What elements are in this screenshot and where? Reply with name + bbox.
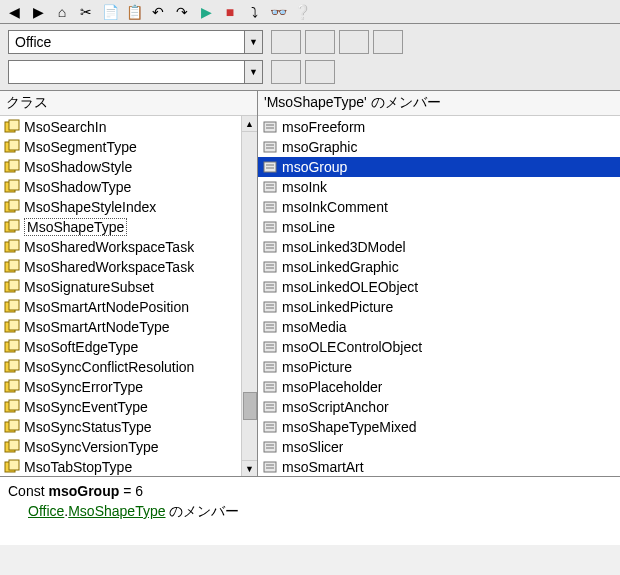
class-item[interactable]: MsoShapeType bbox=[0, 217, 257, 237]
member-item[interactable]: msoLinked3DModel bbox=[258, 237, 620, 257]
detail-link-office[interactable]: Office bbox=[28, 503, 64, 519]
svg-rect-11 bbox=[9, 220, 19, 230]
member-item[interactable]: msoGraphic bbox=[258, 137, 620, 157]
const-icon bbox=[262, 279, 278, 295]
member-item[interactable]: msoSlicer bbox=[258, 437, 620, 457]
const-icon bbox=[262, 219, 278, 235]
copy-icon[interactable]: 📄 bbox=[100, 2, 120, 22]
class-item[interactable]: MsoSyncVersionType bbox=[0, 437, 257, 457]
member-item[interactable]: msoInk bbox=[258, 177, 620, 197]
const-icon bbox=[262, 159, 278, 175]
svg-rect-31 bbox=[9, 420, 19, 430]
class-item[interactable]: MsoSignatureSubset bbox=[0, 277, 257, 297]
class-item-label: MsoSharedWorkspaceTask bbox=[24, 239, 194, 255]
member-item[interactable]: msoShapeTypeMixed bbox=[258, 417, 620, 437]
forward-icon[interactable]: ▶ bbox=[28, 2, 48, 22]
toolbar-small-button[interactable] bbox=[373, 30, 403, 54]
class-item-label: MsoSoftEdgeType bbox=[24, 339, 138, 355]
class-item[interactable]: MsoTabStopType bbox=[0, 457, 257, 476]
run-icon[interactable]: ▶ bbox=[196, 2, 216, 22]
redo-icon[interactable]: ↷ bbox=[172, 2, 192, 22]
toolbar: ◀ ▶ ⌂ ✂ 📄 📋 ↶ ↷ ▶ ■ ⤵ 👓 ❔ bbox=[0, 0, 620, 24]
stop-icon[interactable]: ■ bbox=[220, 2, 240, 22]
member-item[interactable]: msoInkComment bbox=[258, 197, 620, 217]
class-item[interactable]: MsoSearchIn bbox=[0, 117, 257, 137]
toolbar-small-button[interactable] bbox=[305, 30, 335, 54]
class-item-label: MsoSearchIn bbox=[24, 119, 106, 135]
member-item-label: msoPicture bbox=[282, 359, 352, 375]
detail-link-type[interactable]: MsoShapeType bbox=[68, 503, 165, 519]
toolbar-small-button[interactable] bbox=[271, 60, 301, 84]
const-icon bbox=[262, 439, 278, 455]
scroll-down-icon[interactable]: ▼ bbox=[242, 460, 257, 476]
member-item[interactable]: msoLinkedPicture bbox=[258, 297, 620, 317]
class-item[interactable]: MsoSmartArtNodePosition bbox=[0, 297, 257, 317]
step-icon[interactable]: ⤵ bbox=[244, 2, 264, 22]
class-item[interactable]: MsoSmartArtNodeType bbox=[0, 317, 257, 337]
search-combo-value[interactable] bbox=[9, 61, 244, 83]
class-item[interactable]: MsoShapeStyleIndex bbox=[0, 197, 257, 217]
svg-rect-63 bbox=[264, 302, 276, 312]
class-item-label: MsoSmartArtNodeType bbox=[24, 319, 170, 335]
svg-rect-5 bbox=[9, 160, 19, 170]
toolbar-small-button[interactable] bbox=[339, 30, 369, 54]
class-item[interactable]: MsoSegmentType bbox=[0, 137, 257, 157]
svg-rect-87 bbox=[264, 462, 276, 472]
undo-icon[interactable]: ↶ bbox=[148, 2, 168, 22]
detail-value: = 6 bbox=[119, 483, 143, 499]
search-combo[interactable]: ▼ bbox=[8, 60, 263, 84]
member-item[interactable]: msoPlaceholder bbox=[258, 377, 620, 397]
class-item[interactable]: MsoSharedWorkspaceTask bbox=[0, 237, 257, 257]
toolbar-small-button[interactable] bbox=[271, 30, 301, 54]
paste-icon[interactable]: 📋 bbox=[124, 2, 144, 22]
class-item[interactable]: MsoSoftEdgeType bbox=[0, 337, 257, 357]
toolbar-small-button[interactable] bbox=[305, 60, 335, 84]
const-icon bbox=[262, 379, 278, 395]
back-icon[interactable]: ◀ bbox=[4, 2, 24, 22]
class-item-label: MsoTabStopType bbox=[24, 459, 132, 475]
class-item-label: MsoShadowType bbox=[24, 179, 131, 195]
class-item[interactable]: MsoShadowType bbox=[0, 177, 257, 197]
class-item[interactable]: MsoSyncConflictResolution bbox=[0, 357, 257, 377]
svg-rect-78 bbox=[264, 402, 276, 412]
enum-icon bbox=[4, 439, 20, 455]
class-item[interactable]: MsoSharedWorkspaceTask bbox=[0, 257, 257, 277]
home-icon[interactable]: ⌂ bbox=[52, 2, 72, 22]
enum-icon bbox=[4, 339, 20, 355]
member-item[interactable]: msoFreeform bbox=[258, 117, 620, 137]
cut-icon[interactable]: ✂ bbox=[76, 2, 96, 22]
watch-icon[interactable]: 👓 bbox=[268, 2, 288, 22]
enum-icon bbox=[4, 299, 20, 315]
chevron-down-icon[interactable]: ▼ bbox=[244, 61, 262, 83]
chevron-down-icon[interactable]: ▼ bbox=[244, 31, 262, 53]
member-item[interactable]: msoLinkedOLEObject bbox=[258, 277, 620, 297]
class-item[interactable]: MsoSyncErrorType bbox=[0, 377, 257, 397]
library-combo[interactable]: Office ▼ bbox=[8, 30, 263, 54]
member-item[interactable]: msoMedia bbox=[258, 317, 620, 337]
member-item[interactable]: msoPicture bbox=[258, 357, 620, 377]
class-item[interactable]: MsoSyncEventType bbox=[0, 397, 257, 417]
class-item[interactable]: MsoSyncStatusType bbox=[0, 417, 257, 437]
member-item[interactable]: msoOLEControlObject bbox=[258, 337, 620, 357]
svg-rect-39 bbox=[264, 142, 276, 152]
svg-rect-29 bbox=[9, 400, 19, 410]
member-item[interactable]: msoLine bbox=[258, 217, 620, 237]
scrollbar[interactable]: ▲ ▼ bbox=[241, 116, 257, 476]
classes-header: クラス bbox=[0, 91, 257, 116]
member-item[interactable]: msoScriptAnchor bbox=[258, 397, 620, 417]
member-item[interactable]: msoLinkedGraphic bbox=[258, 257, 620, 277]
member-item-label: msoLinkedOLEObject bbox=[282, 279, 418, 295]
help-icon[interactable]: ❔ bbox=[292, 2, 312, 22]
library-combo-value[interactable]: Office bbox=[9, 31, 244, 53]
member-item-label: msoScriptAnchor bbox=[282, 399, 389, 415]
member-item[interactable]: msoSmartArt bbox=[258, 457, 620, 476]
scroll-up-icon[interactable]: ▲ bbox=[242, 116, 257, 132]
scroll-thumb[interactable] bbox=[243, 392, 257, 420]
class-item[interactable]: MsoShadowStyle bbox=[0, 157, 257, 177]
member-item[interactable]: msoGroup bbox=[258, 157, 620, 177]
enum-icon bbox=[4, 159, 20, 175]
member-item-label: msoLinkedGraphic bbox=[282, 259, 399, 275]
svg-rect-54 bbox=[264, 242, 276, 252]
svg-rect-35 bbox=[9, 460, 19, 470]
member-item-label: msoLinkedPicture bbox=[282, 299, 393, 315]
